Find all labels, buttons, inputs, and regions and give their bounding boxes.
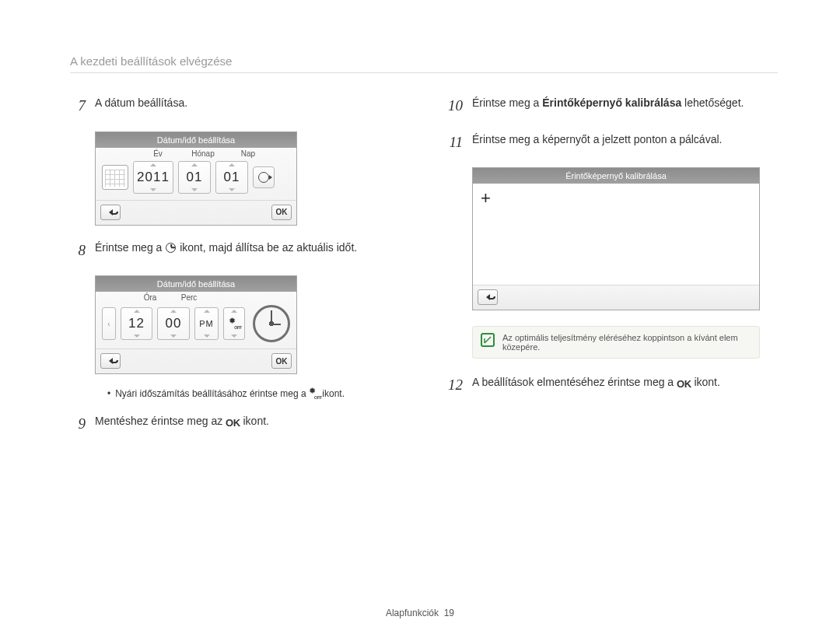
month-value: 01 — [187, 170, 203, 185]
ok-button[interactable]: OK — [271, 205, 292, 220]
calibration-panel: Érintőképernyő kalibrálása + — [472, 167, 760, 310]
label-hour: Óra — [135, 293, 166, 302]
analog-clock-icon — [253, 305, 290, 342]
dst-off-icon — [309, 389, 320, 398]
back-button[interactable] — [100, 353, 121, 369]
ampm-stepper[interactable]: PM — [194, 307, 219, 340]
step-number: 10 — [447, 95, 463, 117]
panel-title: Dátum/idő beállítása — [96, 132, 296, 148]
label-day: Nap — [233, 149, 264, 158]
back-button[interactable] — [478, 289, 498, 305]
back-button[interactable] — [100, 205, 121, 220]
back-icon — [109, 358, 113, 364]
step-number: 12 — [447, 374, 463, 397]
go-to-date-button[interactable]: ‹ — [102, 307, 116, 340]
go-to-time-button[interactable] — [253, 166, 275, 188]
step-10: 10 Érintse meg a Érintőképernyő kalibrál… — [447, 95, 778, 117]
label-month: Hónap — [187, 149, 219, 158]
ampm-value: PM — [199, 319, 214, 328]
step-text: A beállítások elmentéséhez érintse meg a… — [472, 374, 720, 397]
step-text: Érintse meg a Érintőképernyő kalibrálása… — [472, 95, 744, 117]
calibration-area[interactable]: + — [473, 184, 759, 285]
right-column: 10 Érintse meg a Érintőképernyő kalibrál… — [447, 95, 778, 450]
clock-icon — [258, 172, 269, 183]
left-column: 7 A dátum beállítása. Dátum/idő beállítá… — [70, 95, 401, 450]
dst-note: Nyári időszámítás beállításához érintse … — [107, 388, 401, 399]
step-text: Mentéshez érintse meg az OK ikont. — [95, 413, 269, 436]
ok-button[interactable]: OK — [271, 353, 292, 369]
panel-title: Érintőképernyő kalibrálása — [473, 168, 759, 184]
day-value: 01 — [224, 170, 240, 185]
calendar-icon — [102, 165, 128, 190]
hour-value: 12 — [128, 316, 145, 331]
month-stepper[interactable]: 01 — [178, 161, 211, 194]
step-9: 9 Mentéshez érintse meg az OK ikont. — [70, 413, 401, 436]
back-icon — [109, 209, 113, 215]
date-setting-panel: Dátum/idő beállítása Év Hónap Nap 2011 0… — [95, 131, 297, 226]
year-value: 2011 — [137, 170, 170, 185]
step-text: Érintse meg a ikont, majd állítsa be az … — [95, 240, 357, 262]
step-text: A dátum beállítása. — [95, 95, 187, 117]
step-number: 9 — [70, 413, 86, 436]
info-icon — [481, 333, 495, 347]
year-stepper[interactable]: 2011 — [133, 161, 173, 194]
ok-icon: OK — [226, 415, 240, 431]
dst-off-icon — [229, 319, 240, 328]
minute-stepper[interactable]: 00 — [157, 307, 189, 340]
day-stepper[interactable]: 01 — [215, 161, 248, 194]
step-text: Érintse meg a képernyőt a jelzett ponton… — [472, 131, 722, 154]
hour-stepper[interactable]: 12 — [121, 307, 152, 340]
calibration-target-icon: + — [481, 190, 491, 207]
clock-icon — [166, 243, 176, 253]
chevron-right-icon — [269, 175, 272, 180]
back-icon — [486, 294, 490, 300]
tip-callout: Az optimális teljesítmény eléréséhez kop… — [472, 326, 760, 359]
ok-icon: OK — [677, 377, 691, 392]
label-year: Év — [142, 149, 173, 158]
page-footer: Alapfunkciók 19 — [0, 608, 840, 618]
tip-text: Az optimális teljesítmény eléréséhez kop… — [502, 333, 751, 352]
step-number: 8 — [70, 240, 86, 262]
page-title: A kezdeti beállítások elvégzése — [70, 54, 778, 73]
time-setting-panel: Dátum/idő beállítása Óra Perc ‹ 12 00 — [95, 275, 297, 374]
date-labels-row: Év Hónap Nap — [96, 148, 296, 158]
label-minute: Perc — [173, 293, 205, 302]
step-number: 11 — [447, 131, 463, 154]
step-8: 8 Érintse meg a ikont, majd állítsa be a… — [70, 240, 401, 262]
step-11: 11 Érintse meg a képernyőt a jelzett pon… — [447, 131, 778, 154]
dst-toggle[interactable] — [223, 307, 245, 340]
time-labels-row: Óra Perc — [96, 292, 296, 302]
step-number: 7 — [70, 95, 86, 117]
step-7: 7 A dátum beállítása. — [70, 95, 401, 117]
step-12: 12 A beállítások elmentéséhez érintse me… — [447, 374, 778, 397]
minute-value: 00 — [166, 316, 182, 331]
panel-title: Dátum/idő beállítása — [96, 276, 296, 292]
